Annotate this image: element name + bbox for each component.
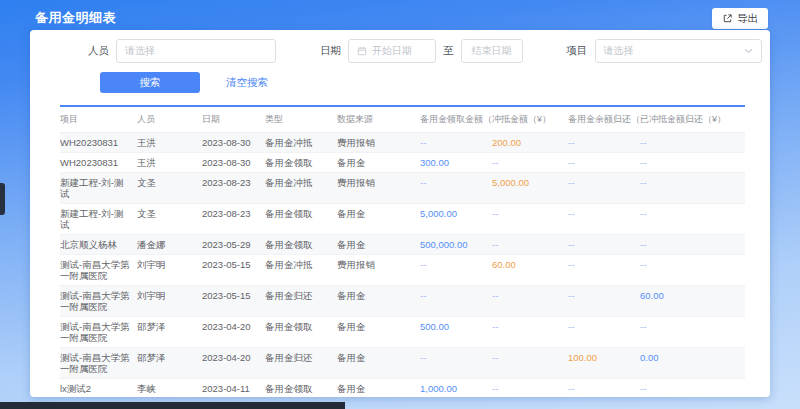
data-table: 项目人员日期类型数据来源备用金领取金额（¥）冲抵金额（¥）备用金余额归还（¥）已… xyxy=(60,105,745,397)
date-filter: 日期 开始日期 至 结束日期 xyxy=(320,39,523,63)
date-start-input[interactable]: 开始日期 xyxy=(348,39,436,63)
cell-date: 2023-08-30 xyxy=(202,153,265,172)
column-header[interactable]: 已冲抵金额归还（¥） xyxy=(640,107,745,132)
cell-source: 备用金 xyxy=(337,348,420,378)
cell-person: 刘宇明 xyxy=(137,286,202,316)
cell-offset: -- xyxy=(492,379,568,397)
table-row[interactable]: 测试-南昌大学第一附属医院刘宇明2023-05-15备用金冲抵费用报销--60.… xyxy=(60,255,745,286)
cell-project: 测试-南昌大学第一附属医院 xyxy=(60,317,137,347)
column-header[interactable]: 备用金余额归还（¥） xyxy=(568,107,640,132)
cell-person: 王洪 xyxy=(137,153,202,172)
table-row[interactable]: WH20230831王洪2023-08-30备用金冲抵费用报销--200.00-… xyxy=(60,133,745,153)
cell-project: 新建工程-刘-测试 xyxy=(60,173,137,203)
project-select-placeholder: 请选择 xyxy=(604,44,634,58)
cell-offset: -- xyxy=(492,286,568,316)
cell-offset_return: -- xyxy=(640,235,745,254)
cell-person: 邵梦泽 xyxy=(137,317,202,347)
cell-person: 李峡 xyxy=(137,379,202,397)
column-header[interactable]: 冲抵金额（¥） xyxy=(492,107,568,132)
column-header[interactable]: 类型 xyxy=(265,107,337,132)
search-button[interactable]: 搜索 xyxy=(100,72,200,93)
cell-project: 测试-南昌大学第一附属医院 xyxy=(60,286,137,316)
table-row[interactable]: 测试-南昌大学第一附属医院邵梦泽2023-04-20备用金领取备用金500.00… xyxy=(60,317,745,348)
filter-actions: 搜索 清空搜索 xyxy=(30,63,770,93)
column-header[interactable]: 备用金领取金额（¥） xyxy=(420,107,492,132)
cell-type: 备用金归还 xyxy=(265,286,337,316)
export-button[interactable]: 导出 xyxy=(712,8,768,29)
cell-person: 刘宇明 xyxy=(137,255,202,285)
table-row[interactable]: 新建工程-刘-测试文圣2023-08-23备用金冲抵费用报销--5,000.00… xyxy=(60,173,745,204)
cell-received: -- xyxy=(420,286,492,316)
person-filter-label: 人员 xyxy=(88,44,109,58)
cell-offset: 5,000.00 xyxy=(492,173,568,203)
column-header[interactable]: 项目 xyxy=(60,107,137,132)
cell-source: 费用报销 xyxy=(337,173,420,203)
export-icon xyxy=(722,13,733,24)
cell-type: 备用金领取 xyxy=(265,204,337,234)
cell-date: 2023-05-29 xyxy=(202,235,265,254)
cell-person: 邵梦泽 xyxy=(137,348,202,378)
cell-balance_return: -- xyxy=(568,204,640,234)
cell-balance_return: -- xyxy=(568,153,640,172)
cell-received: 500.00 xyxy=(420,317,492,347)
cell-type: 备用金领取 xyxy=(265,379,337,397)
cell-balance_return: 100.00 xyxy=(568,348,640,378)
cell-offset_return: 60.00 xyxy=(640,286,745,316)
project-filter-label: 项目 xyxy=(567,44,588,58)
table-row[interactable]: 测试-南昌大学第一附属医院刘宇明2023-05-15备用金归还备用金------… xyxy=(60,286,745,317)
cell-date: 2023-04-11 xyxy=(202,379,265,397)
table-row[interactable]: 测试-南昌大学第一附属医院邵梦泽2023-04-20备用金归还备用金----10… xyxy=(60,348,745,379)
column-header[interactable]: 人员 xyxy=(137,107,202,132)
cell-source: 费用报销 xyxy=(337,255,420,285)
cell-type: 备用金冲抵 xyxy=(265,133,337,152)
table-row[interactable]: 北京顺义杨林潘金娜2023-05-29备用金领取备用金500,000.00---… xyxy=(60,235,745,255)
table-row[interactable]: 新建工程-刘-测试文圣2023-08-23备用金领取备用金5,000.00---… xyxy=(60,204,745,235)
sidebar-collapsed-handle[interactable] xyxy=(0,183,5,215)
cell-received: -- xyxy=(420,348,492,378)
cell-source: 备用金 xyxy=(337,204,420,234)
cell-offset_return: -- xyxy=(640,153,745,172)
cell-received: 300.00 xyxy=(420,153,492,172)
bottom-bar xyxy=(0,402,345,409)
cell-project: WH20230831 xyxy=(60,153,137,172)
cell-date: 2023-08-30 xyxy=(202,133,265,152)
cell-offset_return: -- xyxy=(640,133,745,152)
column-header[interactable]: 数据来源 xyxy=(337,107,420,132)
date-filter-label: 日期 xyxy=(320,44,341,58)
cell-project: 北京顺义杨林 xyxy=(60,235,137,254)
cell-date: 2023-05-15 xyxy=(202,255,265,285)
cell-project: WH20230831 xyxy=(60,133,137,152)
cell-source: 备用金 xyxy=(337,317,420,347)
cell-person: 文圣 xyxy=(137,204,202,234)
cell-offset: 60.00 xyxy=(492,255,568,285)
cell-offset_return: -- xyxy=(640,379,745,397)
cell-balance_return: -- xyxy=(568,235,640,254)
table-row[interactable]: WH20230831王洪2023-08-30备用金领取备用金300.00----… xyxy=(60,153,745,173)
cell-offset: -- xyxy=(492,153,568,172)
cell-balance_return: -- xyxy=(568,173,640,203)
cell-received: 1,000.00 xyxy=(420,379,492,397)
cell-received: -- xyxy=(420,255,492,285)
table-row[interactable]: lx测试2李峡2023-04-11备用金领取备用金1,000.00------ xyxy=(60,379,745,397)
cell-offset_return: -- xyxy=(640,317,745,347)
clear-search-link[interactable]: 清空搜索 xyxy=(226,76,268,90)
cell-project: 新建工程-刘-测试 xyxy=(60,204,137,234)
cell-project: 测试-南昌大学第一附属医院 xyxy=(60,348,137,378)
column-header[interactable]: 日期 xyxy=(202,107,265,132)
cell-project: lx测试2 xyxy=(60,379,137,397)
person-select[interactable]: 请选择 xyxy=(116,39,276,63)
project-select[interactable]: 请选择 xyxy=(595,39,762,63)
date-start-placeholder: 开始日期 xyxy=(372,44,412,58)
cell-type: 备用金冲抵 xyxy=(265,255,337,285)
filter-bar: 人员 请选择 日期 开始日期 至 结束日期 项目 请选择 xyxy=(30,30,770,63)
cell-balance_return: -- xyxy=(568,255,640,285)
cell-date: 2023-04-20 xyxy=(202,317,265,347)
cell-date: 2023-08-23 xyxy=(202,173,265,203)
table-header: 项目人员日期类型数据来源备用金领取金额（¥）冲抵金额（¥）备用金余额归还（¥）已… xyxy=(60,105,745,133)
content-card: 人员 请选择 日期 开始日期 至 结束日期 项目 请选择 xyxy=(30,30,770,397)
cell-received: -- xyxy=(420,173,492,203)
cell-offset: -- xyxy=(492,317,568,347)
date-end-input[interactable]: 结束日期 xyxy=(461,39,523,63)
cell-project: 测试-南昌大学第一附属医院 xyxy=(60,255,137,285)
cell-type: 备用金领取 xyxy=(265,317,337,347)
